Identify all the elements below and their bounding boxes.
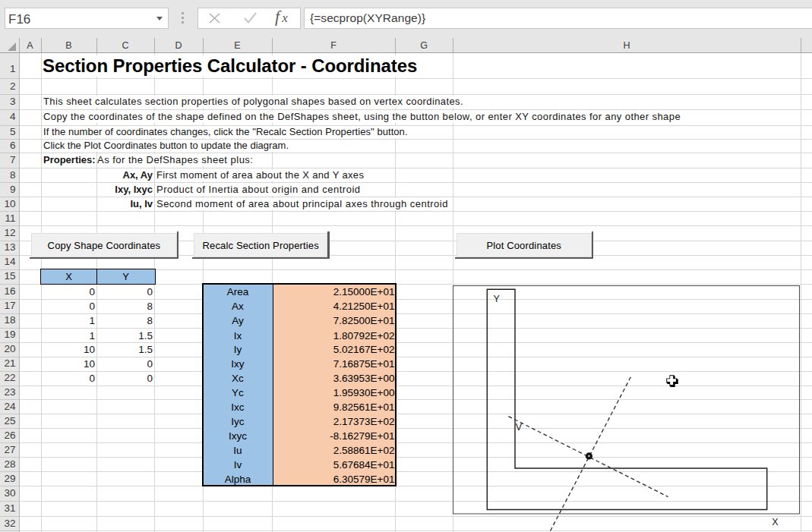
svg-text:Y: Y xyxy=(493,294,500,304)
svg-text:V: V xyxy=(516,422,523,433)
svg-text:X: X xyxy=(772,517,779,527)
